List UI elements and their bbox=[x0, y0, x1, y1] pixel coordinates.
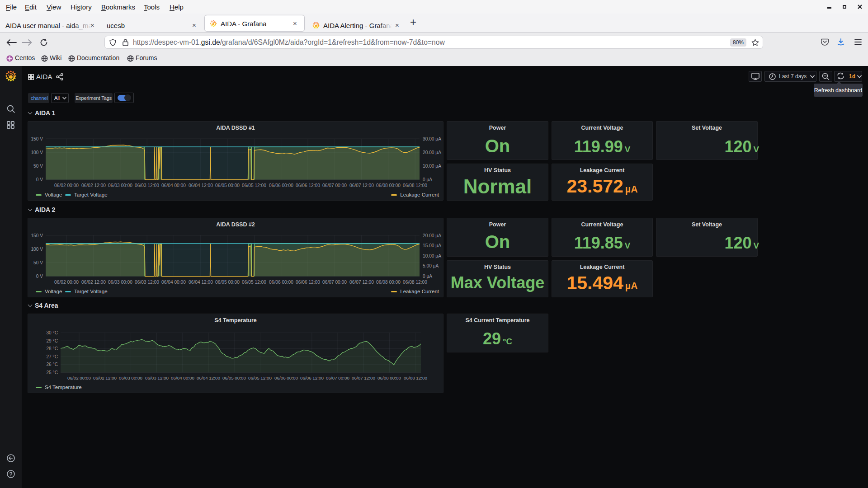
svg-text:06/05 00:00: 06/05 00:00 bbox=[222, 375, 246, 380]
svg-text:06/06 12:00: 06/06 12:00 bbox=[300, 375, 324, 380]
svg-text:06/07 00:00: 06/07 00:00 bbox=[322, 280, 347, 285]
svg-text:20.00 µA: 20.00 µA bbox=[423, 150, 441, 155]
svg-text:50 V: 50 V bbox=[33, 164, 43, 169]
svg-text:06/03 00:00: 06/03 00:00 bbox=[108, 183, 132, 188]
svg-text:06/04 12:00: 06/04 12:00 bbox=[189, 280, 213, 285]
svg-text:10.00 µA: 10.00 µA bbox=[423, 164, 441, 169]
svg-text:29 °C: 29 °C bbox=[46, 338, 58, 343]
svg-text:10.00 µA: 10.00 µA bbox=[423, 253, 441, 258]
svg-text:15.00 µA: 15.00 µA bbox=[423, 243, 441, 248]
svg-text:06/03 00:00: 06/03 00:00 bbox=[108, 280, 132, 285]
svg-text:06/06 12:00: 06/06 12:00 bbox=[296, 280, 320, 285]
svg-text:0 V: 0 V bbox=[36, 177, 43, 182]
svg-text:06/04 00:00: 06/04 00:00 bbox=[171, 375, 194, 380]
svg-text:06/05 12:00: 06/05 12:00 bbox=[242, 280, 266, 285]
svg-text:150 V: 150 V bbox=[31, 136, 43, 141]
svg-text:06/08 00:00: 06/08 00:00 bbox=[376, 280, 401, 285]
svg-text:5.00 µA: 5.00 µA bbox=[423, 263, 439, 268]
svg-text:100 V: 100 V bbox=[31, 247, 43, 252]
svg-text:06/04 12:00: 06/04 12:00 bbox=[189, 183, 213, 188]
svg-text:06/07 12:00: 06/07 12:00 bbox=[349, 280, 374, 285]
svg-text:06/03 12:00: 06/03 12:00 bbox=[135, 280, 159, 285]
svg-text:100 V: 100 V bbox=[31, 150, 43, 155]
svg-text:06/05 00:00: 06/05 00:00 bbox=[215, 280, 240, 285]
svg-text:06/05 00:00: 06/05 00:00 bbox=[215, 183, 240, 188]
svg-text:06/02 12:00: 06/02 12:00 bbox=[81, 280, 106, 285]
svg-text:06/04 00:00: 06/04 00:00 bbox=[161, 183, 186, 188]
svg-text:06/07 12:00: 06/07 12:00 bbox=[352, 375, 375, 380]
svg-text:06/03 00:00: 06/03 00:00 bbox=[119, 375, 142, 380]
svg-text:0 µA: 0 µA bbox=[423, 274, 432, 279]
svg-text:06/06 00:00: 06/06 00:00 bbox=[269, 183, 293, 188]
svg-text:06/08 00:00: 06/08 00:00 bbox=[376, 183, 401, 188]
svg-text:06/07 12:00: 06/07 12:00 bbox=[349, 183, 374, 188]
svg-text:06/02 00:00: 06/02 00:00 bbox=[67, 375, 91, 380]
svg-text:30.00 µA: 30.00 µA bbox=[423, 136, 441, 141]
svg-text:27 °C: 27 °C bbox=[46, 354, 58, 359]
svg-text:0 V: 0 V bbox=[36, 274, 43, 279]
svg-text:06/02 12:00: 06/02 12:00 bbox=[93, 375, 117, 380]
svg-text:06/08 12:00: 06/08 12:00 bbox=[403, 280, 427, 285]
svg-text:06/08 00:00: 06/08 00:00 bbox=[377, 375, 401, 380]
svg-text:06/06 12:00: 06/06 12:00 bbox=[296, 183, 320, 188]
svg-text:50 V: 50 V bbox=[33, 260, 43, 265]
svg-text:06/06 00:00: 06/06 00:00 bbox=[269, 280, 293, 285]
svg-text:20.00 µA: 20.00 µA bbox=[423, 233, 441, 238]
svg-text:0 µA: 0 µA bbox=[423, 177, 432, 182]
svg-text:06/05 12:00: 06/05 12:00 bbox=[242, 183, 266, 188]
svg-text:28 °C: 28 °C bbox=[46, 346, 58, 351]
svg-text:06/04 12:00: 06/04 12:00 bbox=[197, 375, 220, 380]
svg-text:06/02 12:00: 06/02 12:00 bbox=[81, 183, 106, 188]
svg-text:06/08 12:00: 06/08 12:00 bbox=[404, 375, 427, 380]
svg-text:06/02 00:00: 06/02 00:00 bbox=[54, 280, 79, 285]
svg-text:06/05 12:00: 06/05 12:00 bbox=[248, 375, 272, 380]
svg-text:06/02 00:00: 06/02 00:00 bbox=[54, 183, 79, 188]
svg-text:06/04 00:00: 06/04 00:00 bbox=[161, 280, 186, 285]
svg-text:06/06 00:00: 06/06 00:00 bbox=[274, 375, 298, 380]
svg-text:06/08 12:00: 06/08 12:00 bbox=[403, 183, 427, 188]
svg-text:06/03 12:00: 06/03 12:00 bbox=[135, 183, 159, 188]
svg-text:06/03 12:00: 06/03 12:00 bbox=[145, 375, 169, 380]
svg-text:150 V: 150 V bbox=[31, 233, 43, 238]
svg-text:25 °C: 25 °C bbox=[46, 370, 58, 375]
svg-text:06/07 00:00: 06/07 00:00 bbox=[326, 375, 349, 380]
svg-text:26 °C: 26 °C bbox=[46, 362, 58, 367]
svg-text:06/07 00:00: 06/07 00:00 bbox=[322, 183, 347, 188]
svg-text:30 °C: 30 °C bbox=[46, 330, 58, 335]
